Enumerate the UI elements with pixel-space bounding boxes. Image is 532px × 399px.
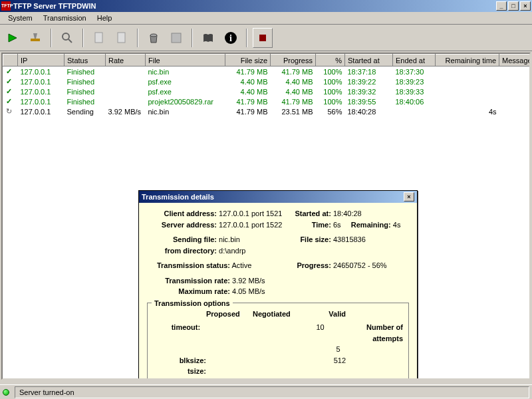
column-header[interactable]: IP: [18, 55, 65, 66]
blksize-label: blksize:: [153, 355, 206, 366]
time-label: Time:: [285, 219, 331, 231]
transmission-details-dialog: Transmission details × Client address: 1…: [138, 190, 418, 380]
started-value: 18:40:28: [333, 209, 362, 217]
doc1-button[interactable]: [89, 28, 109, 48]
cell-size: 4.40 MB: [225, 76, 271, 86]
table-row[interactable]: ✓127.0.0.1Finishedpsf.exe4.40 MB4.40 MB1…: [3, 76, 531, 86]
cell-status: Finished: [65, 76, 106, 86]
cell-icon: ↻: [3, 106, 18, 116]
cell-status: Finished: [65, 96, 106, 106]
cell-ip: 127.0.0.1: [18, 86, 65, 96]
column-header[interactable]: Started at: [345, 55, 393, 66]
check-icon: ✓: [6, 67, 12, 75]
cell-progress: 41.79 MB: [271, 96, 316, 106]
cell-end: [393, 106, 436, 116]
sending-file-value: nic.bin: [219, 235, 240, 243]
client-addr-value: 127.0.0.1 port 1521: [219, 209, 282, 217]
cell-icon: ✓: [3, 66, 18, 77]
table-row[interactable]: ✓127.0.0.1Finishednic.bin41.79 MB41.79 M…: [3, 66, 531, 77]
cell-progress: 23.51 MB: [271, 106, 316, 116]
column-header[interactable]: [3, 55, 18, 66]
column-header[interactable]: Status: [65, 55, 106, 66]
column-header[interactable]: Rate: [106, 55, 146, 66]
menu-system[interactable]: System: [3, 13, 38, 23]
cell-file: nic.bin: [146, 66, 225, 77]
minimize-button[interactable]: _: [496, 1, 507, 11]
cell-start: 18:39:32: [345, 86, 393, 96]
table-row[interactable]: ✓127.0.0.1Finishedprojekt20050829.rar41.…: [3, 96, 531, 106]
attempts-label: Number of attempts: [336, 322, 404, 344]
cell-msg: [499, 66, 531, 77]
tsize-label: tsize:: [153, 366, 206, 377]
dialog-titlebar[interactable]: Transmission details ×: [139, 191, 417, 203]
time-value: 6s: [333, 221, 341, 229]
cell-rate: 3.92 MB/s: [106, 106, 146, 116]
remaining-value: 4s: [393, 221, 401, 229]
table-row[interactable]: ↻127.0.0.1Sending3.92 MB/snic.bin41.79 M…: [3, 106, 531, 116]
column-header[interactable]: File: [146, 55, 225, 66]
cell-rate: [106, 96, 146, 106]
save-button[interactable]: [166, 28, 186, 48]
doc2-button[interactable]: [112, 28, 132, 48]
table-row[interactable]: ✓127.0.0.1Finishedpsf.exe4.40 MB4.40 MB1…: [3, 86, 531, 96]
column-header[interactable]: Message: [499, 55, 531, 66]
setup-button[interactable]: [25, 28, 45, 48]
cell-start: 18:39:55: [345, 96, 393, 106]
remaining-label: Remaining:: [351, 219, 391, 231]
cell-rate: [106, 76, 146, 86]
cell-msg: [499, 76, 531, 86]
cell-file: projekt20050829.rar: [146, 96, 225, 106]
cell-icon: ✓: [3, 76, 18, 86]
column-header[interactable]: Remaining time: [436, 55, 499, 66]
cell-progress: 4.40 MB: [271, 76, 316, 86]
column-header[interactable]: Ended at: [393, 55, 436, 66]
info-button[interactable]: i: [221, 28, 241, 48]
dialog-title: Transmission details: [142, 193, 214, 201]
valid-header: Valid: [306, 309, 346, 320]
progress-value: 24650752 - 56%: [333, 261, 387, 269]
cell-status: Finished: [65, 66, 106, 77]
column-header[interactable]: %: [316, 55, 345, 66]
cell-ip: 127.0.0.1: [18, 106, 65, 116]
maximize-button[interactable]: □: [508, 1, 519, 11]
cell-remain: [436, 66, 499, 77]
rate-value: 3.92 MB/s: [232, 277, 265, 285]
cell-end: 18:39:23: [393, 76, 436, 86]
dialog-close-button[interactable]: ×: [404, 192, 414, 201]
menu-transmission[interactable]: Transmission: [38, 13, 92, 23]
cell-progress: 4.40 MB: [271, 86, 316, 96]
svg-rect-4: [95, 33, 102, 43]
svg-text:i: i: [229, 33, 232, 43]
cell-icon: ✓: [3, 86, 18, 96]
cell-end: 18:40:06: [393, 96, 436, 106]
maxrate-value: 4.05 MB/s: [232, 287, 265, 295]
status-value: Active: [231, 261, 251, 269]
client-addr-label: Client address:: [147, 208, 217, 219]
book-button[interactable]: [198, 28, 218, 48]
status-led-icon: [3, 389, 9, 396]
window-title: TFTP Server TFTPDWIN: [13, 2, 96, 10]
check-icon: ✓: [6, 97, 12, 105]
cell-remain: [436, 86, 499, 96]
server-addr-label: Server address:: [147, 219, 217, 231]
column-header[interactable]: Progress: [271, 55, 316, 66]
svg-rect-5: [118, 33, 125, 43]
menu-help[interactable]: Help: [92, 13, 118, 23]
cell-end: 18:37:30: [393, 66, 436, 77]
cell-progress: 41.79 MB: [271, 66, 316, 77]
cell-ip: 127.0.0.1: [18, 96, 65, 106]
stop-button[interactable]: [253, 28, 273, 48]
cell-size: 41.79 MB: [225, 96, 271, 106]
cell-pct: 100%: [316, 86, 345, 96]
transfer-table-container: IPStatusRateFileFile sizeProgress%Starte…: [1, 53, 531, 380]
column-header[interactable]: File size: [225, 55, 271, 66]
find-button[interactable]: [57, 28, 77, 48]
close-button[interactable]: ×: [520, 1, 531, 11]
trash-button[interactable]: [144, 28, 164, 48]
progress-label: Progress:: [285, 260, 331, 271]
play-button[interactable]: [3, 28, 23, 48]
server-addr-value: 127.0.0.1 port 1522: [219, 221, 282, 229]
cell-msg: [499, 96, 531, 106]
cell-status: Finished: [65, 86, 106, 96]
status-label: Transmission status:: [147, 260, 230, 271]
